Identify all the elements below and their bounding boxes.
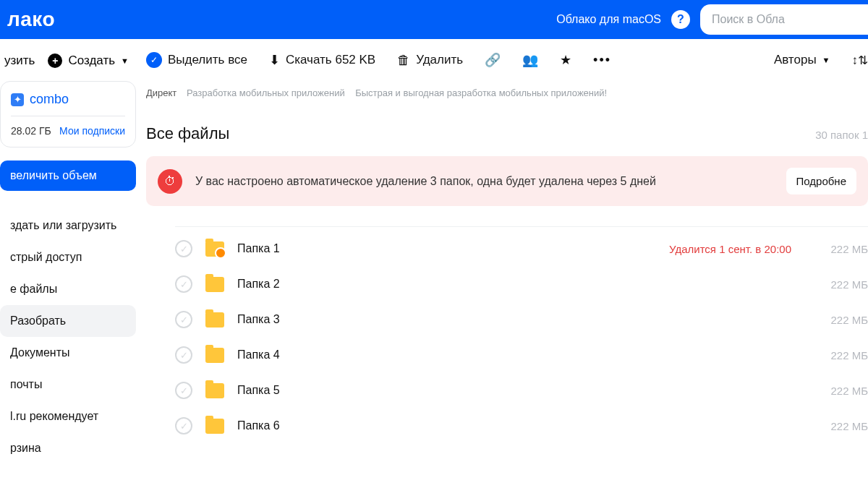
sidebar-item[interactable]: е файлы	[0, 273, 143, 305]
file-name: Папка 6	[237, 419, 280, 432]
plus-icon: +	[48, 53, 62, 68]
main-toolbar: ✓ Выделить все ⬇ Скачать 652 KB 🗑 Удалит…	[143, 39, 868, 80]
folder-icon	[205, 277, 224, 292]
create-label: Создать	[68, 53, 115, 68]
combo-link[interactable]: ✦ combo	[11, 92, 125, 116]
combo-icon: ✦	[11, 93, 24, 106]
chevron-down-icon: ▼	[822, 56, 830, 64]
file-name: Папка 1	[237, 242, 280, 255]
storage-size: 28.02 ГБ	[11, 125, 51, 137]
file-size: 222 МБ	[825, 243, 868, 255]
folder-icon	[205, 383, 224, 398]
check-icon: ✓	[146, 52, 162, 68]
file-row[interactable]: ✓Папка 5222 МБ	[175, 373, 868, 408]
row-checkbox[interactable]: ✓	[175, 240, 192, 257]
download-label: Скачать 652 KB	[286, 53, 375, 67]
chevron-down-icon: ▼	[121, 56, 129, 65]
combo-label: combo	[30, 92, 69, 107]
row-checkbox[interactable]: ✓	[175, 382, 192, 399]
file-row[interactable]: ✓Папка 2222 МБ	[175, 267, 868, 302]
ad-text-2: Быстрая и выгодная разработка мобильных …	[355, 87, 607, 98]
folder-icon	[205, 348, 224, 363]
banner-details-button[interactable]: Подробне	[786, 168, 856, 194]
upload-button[interactable]: узить	[4, 53, 35, 68]
row-checkbox[interactable]: ✓	[175, 311, 192, 328]
ad-line[interactable]: Директ Разработка мобильных приложений Б…	[143, 80, 868, 98]
logo: лако	[7, 8, 55, 31]
folder-icon	[205, 241, 224, 257]
folder-icon	[205, 419, 224, 434]
sidebar-item[interactable]: Документы	[0, 337, 143, 369]
file-name: Папка 4	[237, 348, 280, 361]
sort-icon[interactable]: ↕⇅	[852, 53, 869, 68]
sidebar: узить + Создать ▼ ✦ combo 28.02 ГБ Мои п…	[0, 39, 143, 488]
file-size: 222 МБ	[825, 349, 868, 361]
ad-text-1: Разработка мобильных приложений	[187, 87, 345, 98]
trash-icon: 🗑	[397, 53, 410, 68]
macos-label: Облако для macOS	[556, 13, 661, 26]
authors-label: Авторы	[774, 53, 817, 67]
delete-note: Удалится 1 сент. в 20:00	[669, 243, 791, 255]
help-icon[interactable]: ?	[671, 10, 690, 29]
more-icon[interactable]: •••	[593, 53, 611, 68]
macos-download-link[interactable]: Облако для macOS	[550, 13, 661, 26]
ad-tag: Директ	[146, 87, 176, 98]
row-checkbox[interactable]: ✓	[175, 346, 192, 364]
sidebar-nav: здать или загрузитьстрый доступе файлыРа…	[0, 210, 143, 464]
select-all-button[interactable]: ✓ Выделить все	[146, 52, 247, 68]
sidebar-item[interactable]: l.ru рекомендует	[0, 401, 143, 432]
file-row[interactable]: ✓Папка 3222 МБ	[175, 302, 868, 338]
sidebar-item[interactable]: здать или загрузить	[0, 210, 143, 241]
file-name: Папка 3	[237, 313, 280, 326]
subscriptions-link[interactable]: Мои подписки	[59, 125, 125, 137]
storage-card: ✦ combo 28.02 ГБ Мои подписки	[0, 81, 136, 147]
main-area: ✓ Выделить все ⬇ Скачать 652 KB 🗑 Удалит…	[143, 39, 868, 488]
folder-icon	[205, 312, 224, 328]
file-name: Папка 2	[237, 278, 280, 291]
file-size: 222 МБ	[825, 314, 868, 326]
folder-count: 30 папок 1	[815, 129, 868, 141]
upgrade-button[interactable]: величить объем	[0, 160, 136, 191]
delete-label: Удалить	[416, 53, 463, 67]
authors-filter[interactable]: Авторы ▼	[774, 53, 830, 67]
auto-delete-banner: ⏱ У вас настроено автоматическое удалени…	[146, 156, 868, 206]
search-box[interactable]	[700, 4, 868, 35]
delete-button[interactable]: 🗑 Удалить	[397, 53, 463, 68]
topbar: лако Облако для macOS ?	[0, 0, 868, 39]
share-link-icon[interactable]: 🔗	[485, 52, 501, 68]
file-name: Папка 5	[237, 384, 280, 397]
row-checkbox[interactable]: ✓	[175, 417, 192, 435]
file-size: 222 МБ	[825, 385, 868, 397]
users-icon[interactable]: 👥	[522, 52, 538, 68]
sidebar-item[interactable]: Разобрать	[0, 305, 136, 337]
sidebar-item[interactable]: рзина	[0, 432, 143, 464]
row-checkbox[interactable]: ✓	[175, 275, 192, 293]
sidebar-item[interactable]: почты	[0, 369, 143, 401]
search-input[interactable]	[712, 13, 856, 26]
timer-icon: ⏱	[158, 169, 182, 194]
select-all-label: Выделить все	[168, 53, 247, 67]
file-size: 222 МБ	[825, 420, 868, 432]
file-row[interactable]: ✓Папка 6222 МБ	[175, 408, 868, 444]
banner-text: У вас настроено автоматическое удаление …	[195, 175, 773, 188]
file-list: ✓Папка 1Удалится 1 сент. в 20:00222 МБ✓П…	[143, 226, 868, 444]
star-icon[interactable]: ★	[560, 52, 571, 68]
download-button[interactable]: ⬇ Скачать 652 KB	[269, 52, 375, 68]
upload-label: узить	[4, 53, 35, 68]
file-row[interactable]: ✓Папка 1Удалится 1 сент. в 20:00222 МБ	[175, 226, 868, 267]
sidebar-item[interactable]: стрый доступ	[0, 241, 143, 273]
file-size: 222 МБ	[825, 278, 868, 291]
file-row[interactable]: ✓Папка 4222 МБ	[175, 338, 868, 373]
download-icon: ⬇	[269, 52, 280, 68]
create-button[interactable]: + Создать ▼	[48, 53, 129, 68]
topbar-right: Облако для macOS ?	[550, 4, 868, 35]
page-title: Все файлы	[146, 124, 229, 143]
